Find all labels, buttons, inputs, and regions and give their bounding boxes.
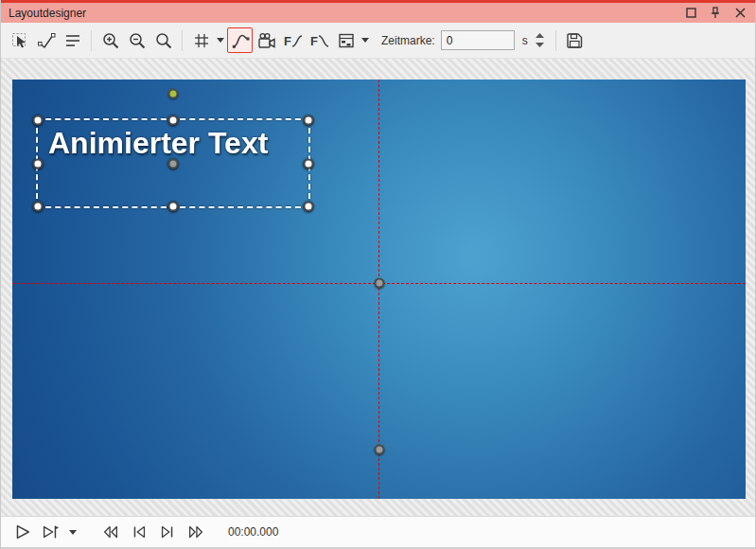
svg-text:F: F	[310, 34, 318, 48]
close-icon[interactable]	[732, 6, 747, 21]
selection-handle-center[interactable]	[168, 158, 179, 168]
spinner-up-icon[interactable]	[534, 32, 546, 40]
animated-text-object[interactable]: Animierter Text	[48, 126, 268, 161]
play-dropdown-icon[interactable]	[67, 520, 79, 545]
grid-dropdown-icon[interactable]	[215, 27, 226, 53]
text-selection-box[interactable]: Animierter Text	[36, 118, 310, 208]
zeitmarke-unit: s	[522, 34, 528, 47]
motion-path-tool-icon[interactable]	[227, 27, 253, 53]
selection-handle-top-left[interactable]	[33, 115, 44, 126]
save-icon[interactable]	[562, 27, 588, 53]
fade-out-curve-icon[interactable]: F	[307, 27, 332, 53]
fast-forward-icon[interactable]	[185, 521, 207, 543]
vertical-guide-line	[378, 80, 379, 499]
zeitmarke-input[interactable]	[441, 30, 515, 50]
skip-to-end-icon[interactable]	[156, 521, 179, 543]
selection-handle-middle-right[interactable]	[304, 158, 314, 168]
window-title: Layoutdesigner	[9, 7, 86, 20]
guide-center-handle[interactable]	[375, 278, 385, 289]
zeitmarke-spinner	[534, 32, 546, 49]
selection-handle-bottom-center[interactable]	[168, 202, 179, 212]
toolbar-separator	[182, 30, 183, 51]
keyframe-list-dropdown-icon[interactable]	[360, 27, 371, 53]
selection-handle-top-right[interactable]	[304, 115, 314, 126]
path-point-handle[interactable]	[375, 445, 385, 455]
zoom-reset-icon[interactable]	[150, 27, 176, 53]
toolbar-separator	[91, 30, 92, 51]
zoom-in-icon[interactable]	[97, 27, 123, 53]
selection-handle-top-center[interactable]	[168, 115, 179, 126]
spinner-down-icon[interactable]	[534, 42, 546, 49]
svg-text:F: F	[284, 34, 291, 48]
play-from-timemark-icon[interactable]	[39, 521, 62, 543]
grid-icon[interactable]	[188, 27, 214, 53]
zeitmarke-label: Zeitmarke:	[381, 34, 435, 47]
window-controls	[683, 6, 747, 21]
titlebar: Layoutdesigner	[1, 0, 755, 23]
selection-handle-bottom-left[interactable]	[33, 202, 44, 212]
playback-bar: 00:00.000	[1, 516, 755, 549]
camera-icon[interactable]	[254, 27, 279, 53]
rewind-icon[interactable]	[99, 521, 122, 543]
layout-canvas[interactable]: Animierter Text	[12, 80, 746, 499]
selection-handle-bottom-right[interactable]	[304, 202, 314, 212]
edit-points-tool-icon[interactable]	[33, 27, 59, 53]
maximize-icon[interactable]	[683, 6, 698, 21]
selection-handle-middle-left[interactable]	[33, 158, 44, 168]
toolbar: F F Zeitmarke: s	[1, 23, 755, 59]
align-list-tool-icon[interactable]	[60, 27, 85, 53]
skip-to-start-icon[interactable]	[128, 521, 150, 543]
toolbar-separator	[555, 30, 556, 51]
zoom-out-icon[interactable]	[124, 27, 149, 53]
play-icon[interactable]	[10, 521, 33, 543]
keyframe-list-icon[interactable]	[333, 27, 359, 53]
time-display: 00:00.000	[228, 525, 278, 539]
rotation-handle[interactable]	[168, 89, 179, 99]
select-tool-icon[interactable]	[7, 27, 32, 53]
layoutdesigner-window: Layoutdesigner	[0, 0, 756, 549]
pin-icon[interactable]	[708, 6, 723, 21]
fade-in-curve-icon[interactable]: F	[280, 27, 306, 53]
workspace: Animierter Text	[1, 59, 755, 516]
